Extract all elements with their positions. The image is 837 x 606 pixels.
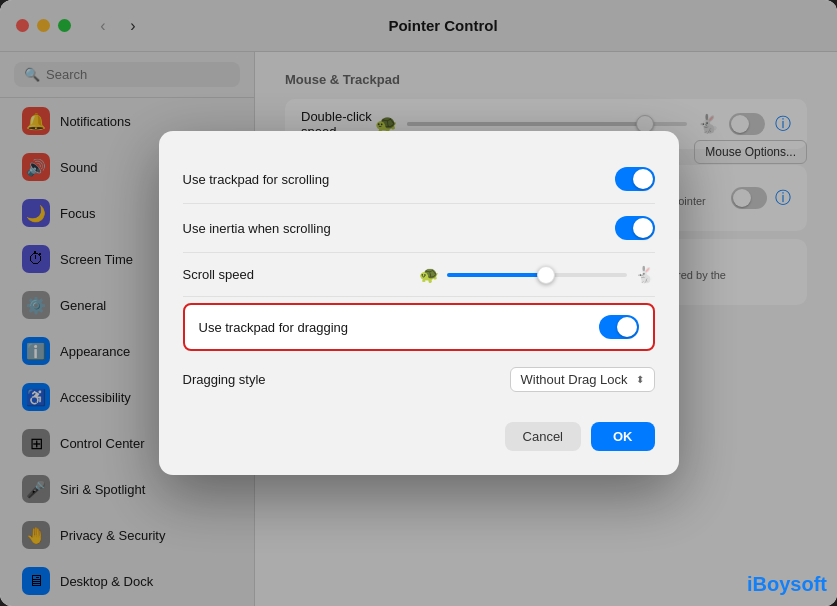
dragging-toggle[interactable] [599,315,639,339]
dragging-label: Use trackpad for dragging [199,320,349,335]
inertia-label: Use inertia when scrolling [183,221,331,236]
dialog-row-scroll-speed: Scroll speed 🐢 🐇 [183,253,655,297]
dragging-style-value: Without Drag Lock [521,372,628,387]
scrolling-toggle[interactable] [615,167,655,191]
cancel-button[interactable]: Cancel [505,422,581,451]
dragging-style-select[interactable]: Without Drag Lock ⬍ [510,367,655,392]
scroll-speed-label: Scroll speed [183,267,255,282]
dialog-buttons: Cancel OK [183,422,655,451]
dialog-row-inertia: Use inertia when scrolling [183,204,655,253]
ok-button[interactable]: OK [591,422,655,451]
scrolling-label: Use trackpad for scrolling [183,172,330,187]
dialog-row-dragging: Use trackpad for dragging [183,303,655,351]
dialog-overlay: Use trackpad for scrolling Use inertia w… [0,0,837,606]
dialog: Use trackpad for scrolling Use inertia w… [159,131,679,475]
watermark-boysoft: Boysoft [753,573,827,595]
scroll-slow-icon: 🐢 [419,265,439,284]
chevron-updown-icon: ⬍ [636,374,644,385]
dragging-style-label: Dragging style [183,372,266,387]
watermark: iBoysoft [747,573,827,596]
main-window: ‹ › Pointer Control 🔍 🔔 Notifications 🔊 … [0,0,837,606]
inertia-toggle[interactable] [615,216,655,240]
dialog-row-scrolling: Use trackpad for scrolling [183,155,655,204]
scroll-speed-slider-container: 🐢 🐇 [419,265,655,284]
scroll-speed-slider[interactable] [447,273,627,277]
dialog-row-dragging-style: Dragging style Without Drag Lock ⬍ [183,357,655,402]
scroll-fast-icon: 🐇 [635,265,655,284]
